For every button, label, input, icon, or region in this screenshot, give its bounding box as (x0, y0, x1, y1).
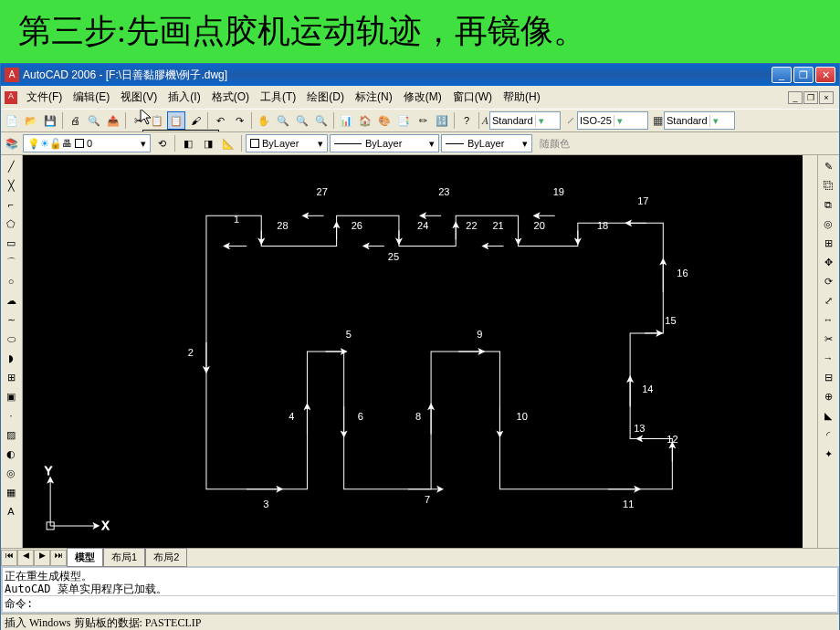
paste-button[interactable]: 📋 (167, 111, 185, 130)
mtext-tool[interactable]: A (2, 502, 20, 520)
menu-window[interactable]: 窗口(W) (447, 88, 498, 107)
publish-button[interactable]: 📤 (104, 111, 122, 130)
dcenter-button[interactable]: 🏠 (356, 111, 374, 130)
menu-draw[interactable]: 绘图(D) (301, 88, 350, 107)
zoom-win-button[interactable]: 🔍 (293, 111, 311, 130)
lineweight-dropdown[interactable]: ByLayer▾ (441, 134, 532, 152)
menu-view[interactable]: 视图(V) (115, 88, 163, 107)
layer-tool1[interactable]: ◧ (179, 134, 197, 152)
node-label: 5 (346, 329, 352, 340)
preview-button[interactable]: 🔍 (85, 111, 103, 130)
menu-help[interactable]: 帮助(H) (498, 88, 546, 107)
offset-tool[interactable]: ◎ (819, 215, 837, 233)
color-dropdown[interactable]: ByLayer▾ (246, 134, 328, 152)
copy-tool[interactable]: ⿻ (819, 176, 837, 194)
toolpal-button[interactable]: 🎨 (375, 111, 394, 130)
linetype-dropdown[interactable]: ByLayer▾ (330, 134, 439, 152)
matchprop-button[interactable]: 🖌 (186, 111, 205, 130)
array-tool[interactable]: ⊞ (819, 234, 837, 252)
extend-tool[interactable]: → (819, 349, 837, 367)
xline-tool[interactable]: ╳ (2, 176, 20, 194)
markup-button[interactable]: ✏ (414, 111, 432, 130)
close-button[interactable]: ✕ (815, 67, 835, 83)
rotate-tool[interactable]: ⟳ (819, 272, 837, 290)
undo-button[interactable]: ↶ (211, 111, 229, 130)
maximize-button[interactable]: ❐ (793, 67, 814, 83)
open-button[interactable]: 📂 (22, 111, 40, 130)
menu-insert[interactable]: 插入(I) (163, 88, 205, 107)
scale-tool[interactable]: ⤢ (819, 291, 837, 310)
pan-button[interactable]: ✋ (255, 111, 273, 130)
mdi-restore[interactable]: ❐ (803, 91, 818, 104)
dim-style-dropdown[interactable]: ISO-25▾ (577, 111, 648, 130)
erase-tool[interactable]: ✎ (819, 157, 837, 175)
gradient-tool[interactable]: ◐ (2, 445, 20, 463)
revcloud-tool[interactable]: ☁ (2, 291, 20, 310)
layer-tool2[interactable]: ◨ (199, 134, 217, 152)
vertical-scrollbar[interactable] (803, 155, 817, 548)
redo-button[interactable]: ↷ (230, 111, 248, 130)
layer-dropdown[interactable]: 💡☀🔓🖶 0 ▾ (23, 134, 151, 152)
menu-file[interactable]: 文件(F) (21, 88, 68, 107)
tab-last[interactable]: ⏭ (50, 550, 67, 566)
point-tool[interactable]: · (2, 406, 20, 425)
move-tool[interactable]: ✥ (819, 253, 837, 271)
print-button[interactable]: 🖨 (66, 111, 84, 130)
menu-format[interactable]: 格式(O) (206, 88, 255, 107)
hatch-tool[interactable]: ▨ (2, 425, 20, 444)
layer-prev-button[interactable]: ⟲ (152, 134, 171, 152)
command-input[interactable] (33, 596, 835, 610)
sheetset-button[interactable]: 📑 (394, 111, 413, 130)
ellipsearc-tool[interactable]: ◗ (2, 349, 20, 367)
trim-tool[interactable]: ✂ (819, 330, 837, 348)
properties-button[interactable]: 📊 (337, 111, 355, 130)
break-tool[interactable]: ⊟ (819, 368, 837, 386)
stretch-tool[interactable]: ↔ (819, 310, 837, 329)
help-button[interactable]: ? (457, 111, 476, 130)
cut-button[interactable]: ✂ (129, 111, 147, 130)
ellipse-tool[interactable]: ⬭ (2, 330, 20, 348)
arc-tool[interactable]: ⌒ (2, 253, 20, 271)
tab-layout1[interactable]: 布局1 (103, 548, 145, 567)
menu-edit[interactable]: 编辑(E) (68, 88, 115, 107)
zoom-prev-button[interactable]: 🔍 (312, 111, 331, 130)
mirror-tool[interactable]: ⧉ (819, 195, 837, 214)
menu-tools[interactable]: 工具(T) (255, 88, 301, 107)
polygon-tool[interactable]: ⬠ (2, 215, 20, 233)
mdi-close[interactable]: × (819, 91, 834, 104)
tab-model[interactable]: 模型 (67, 548, 103, 567)
text-style-dropdown[interactable]: Standard▾ (489, 111, 561, 130)
explode-tool[interactable]: ✦ (819, 445, 837, 463)
copy-button[interactable]: 📋 (148, 111, 166, 130)
tab-first[interactable]: ⏮ (1, 550, 17, 566)
block-tool[interactable]: ▣ (2, 387, 20, 405)
mdi-minimize[interactable]: _ (788, 91, 803, 104)
calc-button[interactable]: 🔢 (433, 111, 451, 130)
minimize-button[interactable]: _ (772, 67, 792, 83)
layerprops-button[interactable]: 📚 (3, 134, 21, 152)
save-button[interactable]: 💾 (41, 111, 59, 130)
insert-tool[interactable]: ⊞ (2, 368, 20, 386)
layer-tool3[interactable]: 📐 (219, 134, 237, 152)
tab-next[interactable]: ▶ (34, 550, 50, 566)
drawing-canvas[interactable]: 1234567891011121314151617181920212223242… (23, 155, 803, 548)
tab-layout2[interactable]: 布局2 (145, 548, 187, 567)
horizontal-scrollbar[interactable] (187, 551, 839, 565)
pline-tool[interactable]: ⌐ (2, 195, 20, 214)
rect-tool[interactable]: ▭ (2, 234, 20, 252)
zoom-rt-button[interactable]: 🔍 (274, 111, 292, 130)
circle-tool[interactable]: ○ (2, 272, 20, 290)
line-tool[interactable]: ╱ (2, 157, 20, 175)
chamfer-tool[interactable]: ◣ (819, 406, 837, 425)
join-tool[interactable]: ⊕ (819, 387, 837, 405)
spline-tool[interactable]: ∼ (2, 310, 20, 329)
menu-dimension[interactable]: 标注(N) (350, 88, 398, 107)
new-button[interactable]: 📄 (3, 111, 21, 130)
table-style-dropdown[interactable]: Standard▾ (664, 111, 735, 130)
node-label: 15 (665, 315, 676, 326)
fillet-tool[interactable]: ◜ (819, 425, 837, 444)
region-tool[interactable]: ◎ (2, 464, 20, 482)
menu-modify[interactable]: 修改(M) (398, 88, 447, 107)
tab-prev[interactable]: ◀ (17, 550, 34, 566)
table-tool[interactable]: ▦ (2, 483, 20, 501)
